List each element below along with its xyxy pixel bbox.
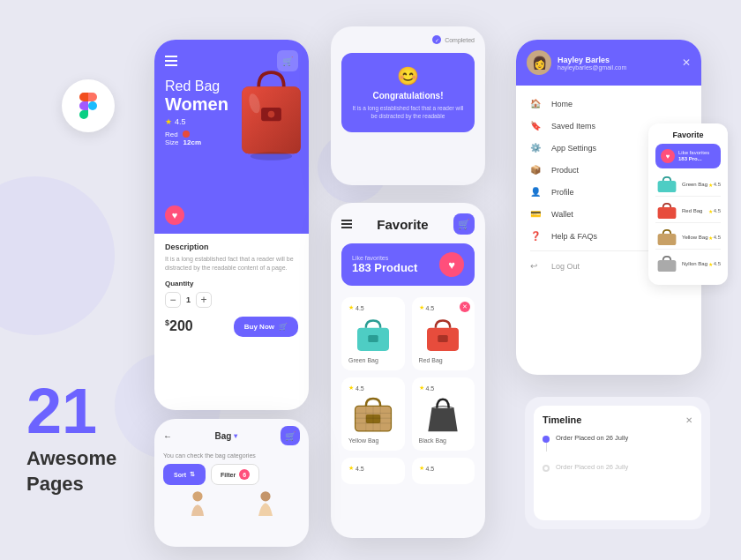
- star-icon: ★: [348, 385, 354, 392]
- star-icon: ★: [348, 465, 354, 472]
- small-card-title: Favorite: [655, 131, 721, 139]
- bag-category-header: ← Bag ▾ 🛒: [154, 419, 309, 452]
- timeline-connector: [546, 443, 547, 452]
- bag-card-green[interactable]: ★ 4.5 Green Bag: [341, 297, 405, 370]
- cart-icon: 🛒: [279, 323, 288, 331]
- remove-button[interactable]: ✕: [460, 302, 470, 312]
- congrats-text: It is a long established fact that a rea…: [352, 104, 464, 120]
- product-icon: 📦: [530, 165, 543, 175]
- svg-point-3: [268, 111, 275, 118]
- bag-card-red[interactable]: ✕ ★ 4.5 Red Bag: [412, 297, 475, 370]
- svg-point-23: [192, 491, 202, 501]
- star-icon: ★: [708, 235, 713, 241]
- svg-rect-21: [658, 234, 677, 245]
- description-title: Description: [165, 243, 298, 251]
- color-dot-red[interactable]: [183, 131, 190, 138]
- buy-now-button[interactable]: Buy Now 🛒: [234, 317, 298, 337]
- profile-icon: 👤: [530, 187, 543, 197]
- product-image: [229, 57, 309, 163]
- user-info: 👩 Hayley Barles hayleybarles@gmail.com: [527, 50, 626, 75]
- logout-icon: ↩: [530, 261, 543, 271]
- product-header: 🛒 Red Bag Women ★ 4.5 Red Size 12cm: [154, 40, 309, 234]
- sidebar-header: 👩 Hayley Barles hayleybarles@gmail.com ✕: [516, 40, 701, 86]
- timeline-dot-empty: [543, 465, 550, 472]
- page-count: 21: [26, 379, 116, 443]
- favorite-header: Favorite 🛒: [331, 203, 485, 239]
- list-item: Yellow Bag ★ 4.5: [655, 226, 721, 250]
- small-favorite-banner: ♥ Like favorites 183 Pro...: [655, 144, 721, 168]
- timeline-close-button[interactable]: ✕: [685, 415, 692, 425]
- phone-congratulations: ✓ Completed 😊 Congratulations! It is a l…: [331, 26, 485, 185]
- like-favorites-label: Like favorites: [352, 255, 417, 261]
- wallet-icon: 💳: [530, 209, 543, 219]
- star-icon: ★: [419, 304, 424, 311]
- settings-icon: ⚙️: [530, 143, 543, 153]
- favorite-cart-button[interactable]: 🛒: [453, 213, 475, 235]
- bag-image-green: [348, 315, 398, 355]
- svg-rect-20: [658, 207, 677, 219]
- bag-name: Green Bag: [348, 357, 398, 363]
- heart-icon: ♥: [439, 252, 464, 277]
- bag-category-subtitle: You can check the bag categories: [154, 452, 309, 459]
- qty-plus-button[interactable]: +: [196, 292, 212, 308]
- logout-label: Log Out: [551, 262, 580, 271]
- bag-card-black[interactable]: ★ 4.5 Black Bag: [412, 377, 475, 451]
- congratulations-card: 😊 Congratulations! It is a long establis…: [341, 53, 475, 132]
- hamburger-icon[interactable]: [165, 56, 177, 66]
- list-item: Red Bag ★ 4.5: [655, 199, 721, 223]
- filter-count-badge: 6: [239, 469, 250, 480]
- user-avatar: 👩: [527, 50, 551, 75]
- awesome-label: Awesome Pages: [26, 446, 116, 497]
- svg-rect-9: [438, 335, 448, 342]
- star-icon: ★: [708, 208, 713, 214]
- timeline-title: Timeline: [543, 414, 581, 425]
- bag-grid: ★ 4.5 Green Bag ✕ ★ 4.5: [331, 290, 485, 458]
- bag-image-black: [419, 395, 468, 435]
- favorite-title: Favorite: [377, 217, 428, 232]
- favorites-count: 183 Product: [352, 261, 417, 274]
- check-icon: ✓: [432, 35, 441, 44]
- sidebar-item-home[interactable]: 🏠 Home: [516, 93, 701, 115]
- bag-card-5[interactable]: ★ 4.5: [341, 458, 405, 484]
- close-sidebar-button[interactable]: ✕: [682, 56, 691, 69]
- product-body: Description It is a long established fac…: [154, 234, 309, 346]
- qty-minus-button[interactable]: −: [165, 292, 181, 308]
- star-icon: ★: [419, 385, 424, 392]
- svg-point-24: [261, 491, 271, 501]
- timeline-item-text: Order Placed on 26 Jully: [556, 463, 628, 471]
- sort-filter-row: Sort ⇅ Filter 6: [154, 464, 309, 485]
- sort-button[interactable]: Sort ⇅: [163, 464, 206, 485]
- bag-card-yellow[interactable]: ★ 4.5 Yellow Bag: [341, 377, 405, 451]
- list-item: Nyllon Bag ★ 4.5: [655, 252, 721, 275]
- phone-product-detail: 🛒 Red Bag Women ★ 4.5 Red Size 12cm: [154, 40, 309, 410]
- timeline-inner: Timeline ✕ Order Placed on 26 Jully Orde…: [534, 406, 701, 520]
- list-item: Green Bag ★ 4.5: [655, 173, 721, 197]
- price-buy-row: $200 Buy Now 🛒: [165, 317, 298, 337]
- svg-rect-19: [658, 181, 677, 192]
- user-email: hayleybarles@gmail.com: [558, 64, 626, 71]
- timeline-item-2: Order Placed on 26 Jully: [543, 463, 692, 472]
- bag-image-red: [419, 315, 468, 355]
- svg-rect-22: [658, 260, 677, 272]
- filter-button[interactable]: Filter 6: [211, 464, 259, 485]
- congrats-emoji: 😊: [352, 65, 464, 86]
- timeline-item-text: Order Placed on 26 Jully: [556, 434, 628, 442]
- phone-bag-category: ← Bag ▾ 🛒 You can check the bag categori…: [154, 419, 309, 547]
- back-arrow-icon[interactable]: ←: [163, 431, 172, 441]
- bag-card-6[interactable]: ★ 4.5: [412, 458, 475, 484]
- menu-icon[interactable]: [341, 220, 352, 228]
- product-price: $200: [165, 318, 193, 334]
- congrats-title: Congratulations!: [352, 91, 464, 101]
- star-icon: ★: [348, 304, 354, 311]
- bag-image-yellow: [348, 395, 398, 435]
- timeline-item-1: Order Placed on 26 Jully: [543, 434, 692, 456]
- favorite-button[interactable]: ♥: [165, 205, 184, 225]
- left-panel: 21 Awesome Pages: [26, 379, 116, 497]
- bag-name: Black Bag: [419, 437, 468, 444]
- timeline-header: Timeline ✕: [543, 414, 692, 425]
- star-icon: ★: [419, 465, 424, 472]
- description-text: It is a long established fact that a rea…: [165, 255, 298, 273]
- bookmark-icon: 🔖: [530, 121, 543, 131]
- category-cart-button[interactable]: 🛒: [281, 426, 300, 445]
- quantity-value: 1: [186, 295, 191, 304]
